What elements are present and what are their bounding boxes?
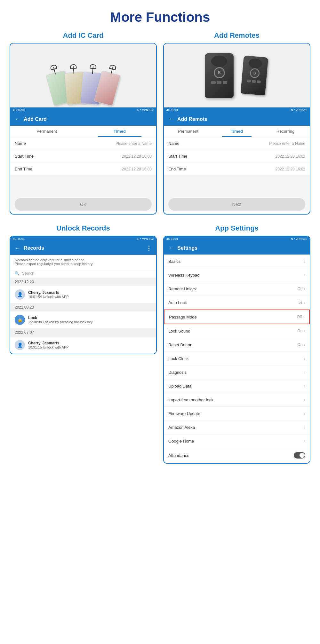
next-button-remote[interactable]: Next — [168, 198, 305, 211]
chevron-icon-basics: › — [304, 259, 305, 264]
settings-basics[interactable]: Basics › — [164, 255, 310, 268]
ok-button-ic[interactable]: OK — [15, 198, 152, 211]
remote-logo-2: S — [250, 68, 260, 78]
remote-image-area: S S — [164, 43, 310, 107]
settings-lock-clock-right: › — [304, 356, 305, 361]
settings-reset-button-right: On › — [297, 342, 305, 347]
chevron-icon-firmware-update: › — [304, 411, 305, 416]
search-bar[interactable]: 🔍 Search — [10, 269, 156, 278]
settings-wireless-keypad[interactable]: Wireless Keypad › — [164, 268, 310, 282]
settings-firmware-update[interactable]: Firmware Update › — [164, 407, 310, 420]
attendance-toggle[interactable] — [294, 452, 305, 459]
tab-permanent-ic[interactable]: Permanent — [10, 126, 83, 137]
date-group-1: 2022.12.20 — [10, 278, 156, 286]
records-menu-icon[interactable]: ⋮ — [146, 245, 152, 252]
settings-firmware-update-label: Firmware Update — [168, 411, 200, 416]
settings-wireless-keypad-label: Wireless Keypad — [168, 273, 200, 278]
settings-passage-mode[interactable]: Passage Mode Off › — [164, 310, 310, 324]
status-right-settings: N * VPN 512 — [291, 237, 307, 240]
end-time-value-ic[interactable]: 2022.12.20 16:00 — [122, 167, 152, 171]
unlock-records-section: Unlock Records 4G 16:01 N * VPN 512 ← Re… — [10, 224, 157, 464]
bottom-section-row: Unlock Records 4G 16:01 N * VPN 512 ← Re… — [6, 224, 314, 464]
add-remote-tabs: Permanent Timed Recurring — [164, 126, 310, 137]
remote-btn-3 — [223, 81, 227, 84]
settings-remote-unlock[interactable]: Remote Unlock Off › — [164, 282, 310, 296]
chevron-icon-keypad: › — [304, 272, 305, 278]
records-header: ← Records ⋮ — [10, 241, 156, 255]
add-remotes-section: Add Remotes S S — [163, 31, 310, 215]
settings-diagnosis-label: Diagnosis — [168, 370, 187, 375]
status-bar-settings: 4G 16:01 N * VPN 512 — [164, 236, 310, 241]
remote-logo-1: S — [214, 67, 225, 78]
settings-basics-right: › — [304, 259, 305, 264]
name-value-remote[interactable]: Please enter a Name — [269, 141, 305, 146]
records-screen: 4G 16:01 N * VPN 512 ← Records ⋮ Records… — [10, 236, 156, 354]
tab-recurring-remote[interactable]: Recurring — [261, 126, 310, 137]
settings-upload-data[interactable]: Upload Data › — [164, 379, 310, 393]
settings-lock-clock-label: Lock Clock — [168, 356, 189, 361]
status-left-ic: 4G 16:00 — [13, 108, 25, 112]
add-remotes-label: Add Remotes — [214, 31, 260, 40]
settings-reset-button[interactable]: Reset Button On › — [164, 338, 310, 352]
settings-import-from-lock[interactable]: Import from another lock › — [164, 393, 310, 407]
end-time-value-remote[interactable]: 2022.12.20 16:01 — [276, 167, 305, 171]
tab-permanent-remote[interactable]: Permanent — [164, 126, 212, 137]
ic-card-image-area — [10, 43, 156, 107]
add-remote-title: Add Remote — [177, 116, 207, 122]
form-start-time-remote: Start Time 2022.12.20 16:01 — [164, 150, 310, 163]
back-arrow-ic[interactable]: ← — [15, 116, 20, 122]
chevron-icon-import-from-lock: › — [304, 397, 305, 402]
settings-title: Settings — [177, 245, 197, 251]
settings-amazon-alexa-right: › — [304, 425, 305, 430]
settings-attendance-label: Attendance — [168, 453, 189, 458]
chevron-icon-reset-button: › — [304, 342, 305, 347]
date-group-3: 2022.07.07 — [10, 328, 156, 337]
settings-frame: 4G 16:01 N * VPN 512 ← Settings Basics › — [163, 236, 310, 464]
records-notice: Records can be only kept for a limited p… — [10, 255, 156, 269]
status-left-records: 4G 16:01 — [13, 237, 25, 240]
settings-import-from-lock-label: Import from another lock — [168, 397, 213, 402]
tab-timed-remote[interactable]: Timed — [212, 126, 261, 137]
settings-amazon-alexa[interactable]: Amazon Alexa › — [164, 420, 310, 434]
settings-lock-clock[interactable]: Lock Clock › — [164, 352, 310, 365]
settings-lock-sound[interactable]: Lock Sound On › — [164, 324, 310, 338]
start-time-value-remote[interactable]: 2022.12.20 16:01 — [276, 154, 305, 159]
end-time-label-remote: End Time — [168, 167, 186, 171]
chevron-icon-passage-mode: › — [303, 314, 305, 319]
end-time-label-ic: End Time — [15, 167, 32, 171]
settings-header: ← Settings — [164, 241, 310, 255]
settings-basics-label: Basics — [168, 259, 180, 264]
app-settings-label: App Settings — [215, 224, 259, 232]
start-time-value-ic[interactable]: 2022.12.20 16:00 — [122, 154, 152, 159]
page-title: More Functions — [6, 6, 314, 25]
record-detail-3: 10:31:15 Unlock with APP — [28, 345, 69, 349]
settings-screen: 4G 16:01 N * VPN 512 ← Settings Basics › — [164, 236, 310, 463]
settings-attendance-right — [294, 452, 305, 459]
settings-diagnosis[interactable]: Diagnosis › — [164, 365, 310, 379]
back-arrow-settings[interactable]: ← — [168, 245, 174, 251]
back-arrow-remote[interactable]: ← — [168, 116, 174, 122]
remote-key-2: S — [241, 55, 268, 95]
name-value-ic[interactable]: Please enter a Name — [116, 141, 152, 146]
tab-timed-ic[interactable]: Timed — [83, 126, 156, 137]
add-ic-card-label: Add IC Card — [63, 31, 103, 40]
status-left-remote: 4G 16:01 — [166, 108, 178, 112]
settings-google-home[interactable]: Google Home › — [164, 434, 310, 448]
chevron-icon-upload-data: › — [304, 383, 305, 389]
settings-firmware-update-right: › — [304, 411, 305, 416]
settings-auto-lock[interactable]: Auto Lock 5s › — [164, 296, 310, 310]
remote-unlock-value: Off — [298, 287, 303, 291]
chevron-icon-google-home: › — [304, 438, 305, 444]
record-text-1: Cherry. Jcsmarts 16:01:54 Unlock with AP… — [28, 290, 69, 299]
back-arrow-records[interactable]: ← — [15, 245, 20, 252]
settings-attendance[interactable]: Attendance — [164, 448, 310, 463]
form-start-time-ic: Start Time 2022.12.20 16:00 — [10, 150, 156, 163]
form-end-time-ic: End Time 2022.12.20 16:00 — [10, 163, 156, 176]
add-ic-card-frame: 4G 16:00 N * VPN 512 ← Add Card Permanen… — [10, 43, 157, 215]
form-name-remote: Name Please enter a Name — [164, 137, 310, 150]
ic-cards-visual — [51, 47, 115, 104]
record-item-1: 👤 Cherry. Jcsmarts 16:01:54 Unlock with … — [10, 286, 156, 303]
name-label-remote: Name — [168, 141, 180, 146]
remote-key-1: S — [205, 53, 234, 98]
chevron-icon-amazon-alexa: › — [304, 425, 305, 430]
